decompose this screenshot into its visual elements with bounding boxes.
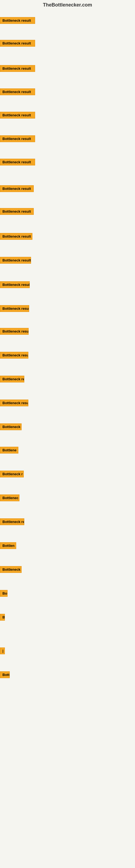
bottleneck-result-item[interactable]: Bottleneck result bbox=[0, 352, 28, 360]
bottleneck-result-item[interactable]: Bottleneck result bbox=[0, 208, 34, 216]
bottleneck-result-item[interactable]: Bottleneck result bbox=[0, 281, 30, 289]
bottleneck-result-item[interactable]: Bottleneck result bbox=[0, 112, 35, 120]
bottleneck-result-item[interactable]: Bottleneck result bbox=[0, 233, 32, 241]
bottleneck-badge-label: Bottleneck result bbox=[0, 208, 34, 215]
bottleneck-badge-label: Bottleneck bbox=[0, 424, 21, 430]
bottleneck-badge-label: Bott bbox=[0, 671, 10, 678]
bottleneck-result-item[interactable]: Bottleneck result bbox=[0, 40, 35, 48]
bottleneck-badge-label: Bottleneck result bbox=[0, 40, 35, 46]
bottleneck-badge-label: Bottleneck result bbox=[0, 17, 35, 24]
bottleneck-result-item[interactable]: Bottleneck result bbox=[0, 17, 35, 25]
bottleneck-result-item[interactable]: Bottleneck result bbox=[0, 328, 29, 336]
bottleneck-badge-label: Bottleneck re bbox=[0, 376, 24, 382]
bottleneck-result-item[interactable]: Bottleneck resul bbox=[0, 400, 28, 407]
bottleneck-badge-label: Bottleneck result bbox=[0, 233, 32, 240]
bottleneck-result-item[interactable]: Bottlen bbox=[0, 542, 16, 550]
bottleneck-result-item[interactable]: Bottleneck result bbox=[0, 88, 35, 96]
bottleneck-badge-label: Bottleneck result bbox=[0, 112, 35, 119]
bottleneck-result-item[interactable]: Bottleneck re bbox=[0, 518, 24, 526]
bottleneck-result-item[interactable]: | bbox=[0, 648, 5, 655]
bottleneck-badge-label: Bottleneck result bbox=[0, 135, 35, 142]
bottleneck-result-item[interactable]: Bottleneck result bbox=[0, 257, 31, 265]
bottleneck-badge-label: | bbox=[0, 648, 5, 654]
bottleneck-badge-label: Bottleneck result bbox=[0, 281, 30, 288]
bottleneck-result-item[interactable]: Bottleneck result bbox=[0, 65, 35, 73]
bottleneck-result-item[interactable]: Bottlene bbox=[0, 447, 18, 455]
bottleneck-result-item[interactable]: Bottleneck re bbox=[0, 376, 24, 383]
bottleneck-result-item[interactable]: B bbox=[0, 614, 5, 622]
bottleneck-result-item[interactable]: Bottleneck result bbox=[0, 135, 35, 143]
bottleneck-badge-label: Bottleneck result bbox=[0, 65, 35, 72]
site-title: TheBottlenecker.com bbox=[0, 0, 135, 10]
bottleneck-badge-label: Bottleneck result bbox=[0, 305, 29, 312]
bottleneck-result-item[interactable]: Bottleneck bbox=[0, 566, 21, 574]
bottleneck-badge-label: Bottleneck result bbox=[0, 185, 34, 192]
bottleneck-result-item[interactable]: Bottleneck result bbox=[0, 159, 35, 166]
bottleneck-badge-label: B bbox=[0, 614, 5, 621]
bottleneck-badge-label: Bottleneck result bbox=[0, 352, 28, 359]
bottleneck-result-item[interactable]: Bo bbox=[0, 590, 8, 598]
bottleneck-badge-label: Bottlenec bbox=[0, 495, 19, 501]
bottleneck-badge-label: Bottlene bbox=[0, 447, 18, 454]
bottleneck-result-item[interactable]: Bottleneck result bbox=[0, 185, 34, 193]
bottleneck-badge-label: Bo bbox=[0, 590, 8, 597]
bottleneck-badge-label: Bottleneck re bbox=[0, 518, 24, 525]
bottleneck-result-item[interactable]: Bottlenec bbox=[0, 495, 19, 502]
bottleneck-badge-label: Bottleneck result bbox=[0, 159, 35, 165]
bottleneck-badge-label: Bottlen bbox=[0, 542, 16, 549]
bottleneck-badge-label: Bottleneck r bbox=[0, 471, 24, 477]
bottleneck-badge-label: Bottleneck resul bbox=[0, 400, 28, 406]
bottleneck-result-item[interactable]: Bottleneck r bbox=[0, 471, 24, 478]
bottleneck-badge-label: Bottleneck bbox=[0, 566, 21, 573]
bottleneck-result-item[interactable]: Bott bbox=[0, 671, 10, 679]
bottleneck-badge-label: Bottleneck result bbox=[0, 257, 31, 264]
bottleneck-result-item[interactable]: Bottleneck bbox=[0, 424, 21, 431]
bottleneck-result-item[interactable]: Bottleneck result bbox=[0, 305, 29, 313]
bottleneck-badge-label: Bottleneck result bbox=[0, 88, 35, 95]
bottleneck-badge-label: Bottleneck result bbox=[0, 328, 29, 335]
